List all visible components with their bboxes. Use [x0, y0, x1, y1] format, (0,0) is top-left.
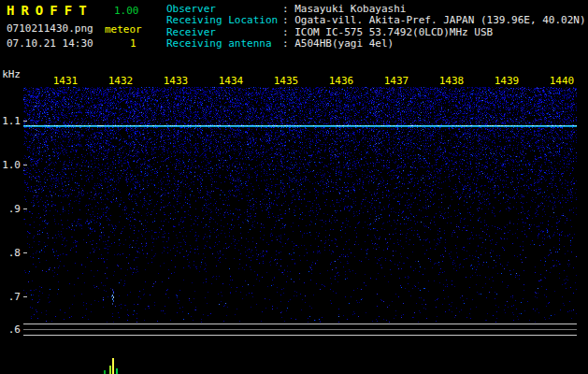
- info-separator: :: [282, 37, 294, 50]
- freq-tick-label: .6: [0, 324, 21, 336]
- time-tick-label: 1440: [541, 75, 582, 87]
- time-tick-label: 1434: [210, 75, 251, 87]
- freq-tick-mark: [23, 252, 27, 253]
- info-label: Receiving Location: [166, 15, 282, 26]
- separator-line: [23, 324, 577, 324]
- app-version: 1.00: [114, 5, 139, 17]
- time-tick-label: 1435: [265, 75, 307, 87]
- info-value: Ogata-vill. Akita-Pref. JAPAN (139.96E, …: [294, 14, 585, 26]
- time-tick-label: 1431: [45, 75, 86, 87]
- signal-spike: [104, 370, 106, 374]
- time-tick-label: 1433: [155, 75, 196, 87]
- info-separator: :: [282, 26, 294, 38]
- info-separator: :: [282, 14, 294, 26]
- freq-tick-label: 1.1: [0, 115, 21, 127]
- freq-tick-label: .9: [0, 203, 21, 215]
- signal-spike: [109, 366, 111, 374]
- time-tick-label: 1432: [100, 75, 141, 87]
- separator-line: [23, 335, 577, 336]
- time-tick-label: 1436: [321, 75, 362, 87]
- freq-tick-label: .7: [0, 291, 21, 303]
- spectrogram-canvas: [23, 87, 577, 323]
- info-label: Receiving antenna: [166, 38, 282, 50]
- info-separator: :: [282, 3, 294, 15]
- freq-tick-mark: [23, 165, 27, 165]
- separator-line: [23, 329, 577, 330]
- station-info: Observer: Masayuki KobayashiReceiving Lo…: [166, 4, 586, 50]
- hrofft-screen: HROFFT 1.00 0710211430.png meteor 07.10.…: [0, 0, 588, 374]
- freq-axis: 1.11.0.9.8.7.6: [0, 0, 22, 374]
- signal-spike: [116, 368, 118, 374]
- signal-spike: [112, 358, 114, 374]
- info-row: Receiving antenna: A504HB(yagi 4el): [166, 38, 586, 50]
- freq-tick-mark: [23, 209, 27, 209]
- time-tick-label: 1439: [486, 75, 527, 87]
- info-value: Masayuki Kobayashi: [294, 3, 406, 15]
- info-value: A504HB(yagi 4el): [294, 37, 394, 50]
- time-tick-label: 1437: [376, 75, 417, 87]
- info-value: ICOM IC-575 53.7492(0LCD)MHz USB: [294, 26, 493, 38]
- time-tick-label: 1438: [431, 75, 472, 87]
- meteor-count-value: 1: [130, 37, 136, 50]
- freq-tick-label: 1.0: [0, 159, 21, 171]
- meteor-count-label: meteor: [105, 23, 142, 36]
- freq-tick-mark: [23, 121, 27, 122]
- freq-tick-label: .8: [0, 247, 21, 259]
- freq-tick-mark: [23, 296, 27, 297]
